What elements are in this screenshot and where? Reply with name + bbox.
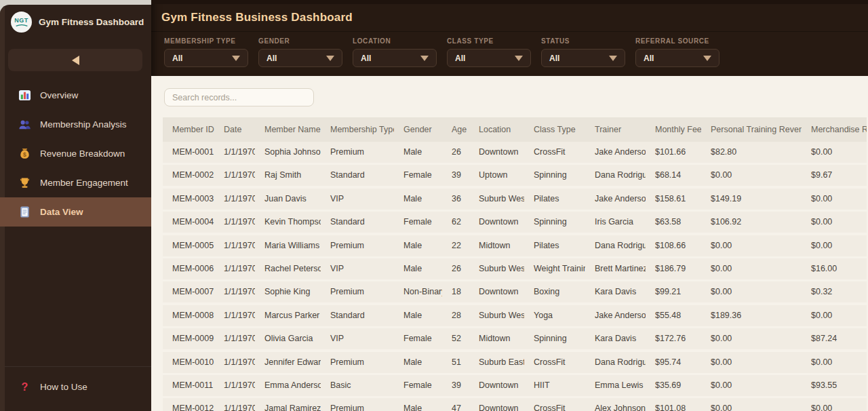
table-cell: 22 [442,235,469,256]
table-cell: $0.32 [802,281,867,302]
table-cell: $108.66 [646,235,701,256]
table-cell: Dana Rodriguez [585,235,646,256]
sidebar-item-overview[interactable]: Overview [0,81,151,110]
table-cell: Jennifer Edwards [255,352,321,373]
table-cell: Midtown [469,328,524,349]
chevron-down-icon [609,56,617,61]
filter-label: STATUS [541,37,625,45]
table-cell: MEM-0002 [163,165,214,186]
sidebar-footer: ? How to Use [0,366,151,411]
table-cell: Dana Rodriguez [585,352,646,373]
table-cell: $149.19 [701,189,802,210]
table-header-row: Member IDDateMember NameMembership TypeG… [163,117,867,142]
table-cell: 1/1/1970 [214,328,255,349]
sidebar-item-membership-analysis[interactable]: Membership Analysis [0,110,151,139]
dropdown-value: All [267,54,277,63]
table-cell: $0.00 [701,328,802,349]
table-cell: Emma Lewis [585,375,646,396]
table-cell: Male [394,189,442,210]
question-mark-icon: ? [18,380,31,393]
dropdown-value: All [644,54,654,63]
column-header: Merchandise Revenue [802,117,867,142]
table-cell: $0.00 [802,142,867,163]
sidebar-item-how-to-use[interactable]: ? How to Use [0,372,151,402]
trophy-icon [18,176,31,189]
membership-type-dropdown[interactable]: All [164,49,248,67]
table-row: MEM-00111/1/1970Emma AndersonBasicFemale… [163,375,867,396]
table-cell: $87.24 [802,328,867,349]
table-cell: Suburb West [469,258,524,279]
table-cell: 1/1/1970 [214,235,255,256]
header: Gym Fitness Business Dashboard MEMBERSHI… [151,0,868,76]
filter-label: REFERRAL SOURCE [635,37,719,45]
sidebar-nav: OverviewMembership Analysis$Revenue Brea… [0,81,151,227]
column-header: Class Type [524,117,585,142]
table-cell: Brett Martinez [585,258,646,279]
table-cell: VIP [321,189,394,210]
table-row: MEM-00031/1/1970Juan DavisVIPMale36Subur… [163,189,867,210]
table-cell: $55.48 [646,305,701,326]
table-cell: Kara Davis [585,281,646,302]
table-cell: Male [394,235,442,256]
table-cell: $0.00 [802,235,867,256]
table-cell: 51 [442,352,469,373]
column-header: Location [469,117,524,142]
chevron-down-icon [703,56,711,61]
referral-source-dropdown[interactable]: All [635,49,719,67]
table-cell: Premium [321,281,394,302]
chevron-down-icon [515,56,523,61]
table-cell: MEM-0012 [163,398,214,411]
chevron-down-icon [232,56,240,61]
table-cell: Alex Johnson [585,398,646,411]
table-cell: Jake Anderson [585,305,646,326]
table-cell: Standard [321,305,394,326]
table-cell: Downtown [469,142,524,163]
table-cell: CrossFit [524,398,585,411]
table-row: MEM-00021/1/1970Raj SmithStandardFemale3… [163,165,867,186]
svg-text:$: $ [23,151,26,158]
sidebar-item-revenue-breakdown[interactable]: $Revenue Breakdown [0,139,151,168]
table-cell: Spinning [524,328,585,349]
status-dropdown[interactable]: All [541,49,625,67]
sidebar-title: Gym Fitness Dashboard [39,17,144,27]
table-cell: Jake Anderson [585,189,646,210]
filter-location: LOCATIONAll [353,37,437,76]
table-cell: MEM-0010 [163,352,214,373]
title-band: Gym Fitness Business Dashboard [151,0,868,32]
sidebar-collapse-button[interactable] [8,49,142,71]
sidebar-item-member-engagement[interactable]: Member Engagement [0,168,151,197]
app-logo: NGT [11,12,32,33]
table-cell: $95.74 [646,352,701,373]
table-cell: Premium [321,398,394,411]
table-cell: Pilates [524,235,585,256]
table-cell: Male [394,305,442,326]
class-type-dropdown[interactable]: All [447,49,531,67]
table-cell: $68.14 [646,165,701,186]
table-cell: 26 [442,142,469,163]
table-row: MEM-00101/1/1970Jennifer EdwardsPremiumM… [163,352,867,373]
table-cell: $63.58 [646,212,701,233]
table-cell: Marcus Parker [255,305,321,326]
table-cell: Uptown [469,165,524,186]
table-cell: $101.66 [646,142,701,163]
table-cell: Premium [321,352,394,373]
table-cell: Olivia Garcia [255,328,321,349]
data-table: Member IDDateMember NameMembership TypeG… [163,117,867,411]
table-cell: Boxing [524,281,585,302]
table-cell: $9.67 [802,165,867,186]
table-cell: 62 [442,212,469,233]
table-cell: Pilates [524,189,585,210]
table-row: MEM-00121/1/1970Jamal RamirezPremiumMale… [163,398,867,411]
column-header: Trainer [585,117,646,142]
table-cell: 1/1/1970 [214,281,255,302]
sidebar: NGT Gym Fitness Dashboard OverviewMember… [0,5,151,411]
gender-dropdown[interactable]: All [258,49,342,67]
table-cell: Female [394,165,442,186]
sidebar-item-data-view[interactable]: Data View [0,197,151,227]
money-bag-icon: $ [18,147,31,160]
table-cell: Kevin Thompson [255,212,321,233]
bar-chart-icon [18,89,31,102]
table-cell: Male [394,352,442,373]
location-dropdown[interactable]: All [353,49,437,67]
search-input[interactable] [164,88,314,106]
